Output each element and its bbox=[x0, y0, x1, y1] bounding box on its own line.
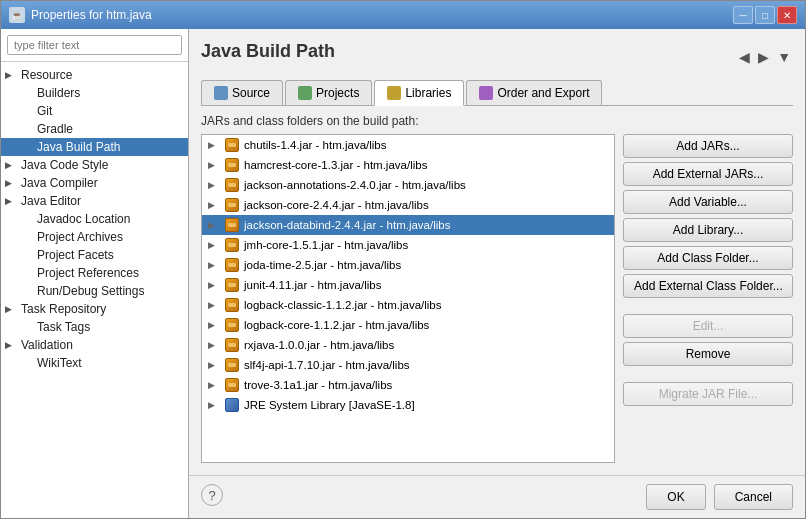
jar-item[interactable]: ▶rxjava-1.0.0.jar - htm.java/libs bbox=[202, 335, 614, 355]
jar-expand-icon: ▶ bbox=[208, 360, 220, 370]
jar-expand-icon: ▶ bbox=[208, 240, 220, 250]
sidebar-item-label: Java Compiler bbox=[21, 176, 98, 190]
titlebar-controls[interactable]: ─ □ ✕ bbox=[733, 6, 797, 24]
add-class-folder-button[interactable]: Add Class Folder... bbox=[623, 246, 793, 270]
jar-item-label: hamcrest-core-1.3.jar - htm.java/libs bbox=[244, 159, 427, 171]
sidebar-item-label: Resource bbox=[21, 68, 72, 82]
jar-item[interactable]: ▶jackson-annotations-2.4.0.jar - htm.jav… bbox=[202, 175, 614, 195]
jar-item[interactable]: ▶hamcrest-core-1.3.jar - htm.java/libs bbox=[202, 155, 614, 175]
jar-item[interactable]: ▶logback-classic-1.1.2.jar - htm.java/li… bbox=[202, 295, 614, 315]
jar-expand-icon: ▶ bbox=[208, 320, 220, 330]
sidebar-item-label: Git bbox=[37, 104, 52, 118]
page-title: Java Build Path bbox=[201, 41, 335, 62]
jar-item-label: chutils-1.4.jar - htm.java/libs bbox=[244, 139, 387, 151]
jar-list: ▶chutils-1.4.jar - htm.java/libs▶hamcres… bbox=[201, 134, 615, 463]
sidebar-item-task-repository[interactable]: ▶Task Repository bbox=[1, 300, 188, 318]
jar-item[interactable]: ▶joda-time-2.5.jar - htm.java/libs bbox=[202, 255, 614, 275]
add-external-jars-button[interactable]: Add External JARs... bbox=[623, 162, 793, 186]
sidebar-item-project-references[interactable]: Project References bbox=[1, 264, 188, 282]
jar-item[interactable]: ▶chutils-1.4.jar - htm.java/libs bbox=[202, 135, 614, 155]
jar-item-label: logback-classic-1.1.2.jar - htm.java/lib… bbox=[244, 299, 442, 311]
jar-icon bbox=[224, 217, 240, 233]
close-button[interactable]: ✕ bbox=[777, 6, 797, 24]
remove-button[interactable]: Remove bbox=[623, 342, 793, 366]
filter-input[interactable] bbox=[7, 35, 182, 55]
jar-item[interactable]: ▶slf4j-api-1.7.10.jar - htm.java/libs bbox=[202, 355, 614, 375]
sidebar-item-label: Java Editor bbox=[21, 194, 81, 208]
sidebar-item-gradle[interactable]: Gradle bbox=[1, 120, 188, 138]
jar-item[interactable]: ▶jmh-core-1.5.1.jar - htm.java/libs bbox=[202, 235, 614, 255]
jar-icon bbox=[224, 157, 240, 173]
tab-source[interactable]: Source bbox=[201, 80, 283, 105]
jar-item-label: jmh-core-1.5.1.jar - htm.java/libs bbox=[244, 239, 408, 251]
jar-expand-icon: ▶ bbox=[208, 300, 220, 310]
jar-item-label: jackson-annotations-2.4.0.jar - htm.java… bbox=[244, 179, 466, 191]
jar-item[interactable]: ▶logback-core-1.1.2.jar - htm.java/libs bbox=[202, 315, 614, 335]
sidebar-item-validation[interactable]: ▶Validation bbox=[1, 336, 188, 354]
sidebar-item-project-archives[interactable]: Project Archives bbox=[1, 228, 188, 246]
tab-icon-order and export bbox=[479, 86, 493, 100]
properties-window: ☕ Properties for htm.java ─ □ ✕ ▶Resourc… bbox=[0, 0, 806, 519]
tab-label: Libraries bbox=[405, 86, 451, 100]
tree-expand-icon: ▶ bbox=[5, 70, 17, 80]
sidebar-item-java-editor[interactable]: ▶Java Editor bbox=[1, 192, 188, 210]
add-external-class-folder-button[interactable]: Add External Class Folder... bbox=[623, 274, 793, 298]
bottom-bar: ? OK Cancel bbox=[189, 475, 805, 518]
jar-expand-icon: ▶ bbox=[208, 220, 220, 230]
jar-expand-icon: ▶ bbox=[208, 200, 220, 210]
main-panel: Java Build Path ◀ ▶ ▼ SourceProjectsLibr… bbox=[189, 29, 805, 475]
tab-libraries[interactable]: Libraries bbox=[374, 80, 464, 106]
jar-item-label: joda-time-2.5.jar - htm.java/libs bbox=[244, 259, 401, 271]
jar-icon bbox=[224, 337, 240, 353]
minimize-button[interactable]: ─ bbox=[733, 6, 753, 24]
jar-item[interactable]: ▶JRE System Library [JavaSE-1.8] bbox=[202, 395, 614, 415]
jre-icon bbox=[224, 397, 240, 413]
sidebar-item-task-tags[interactable]: Task Tags bbox=[1, 318, 188, 336]
jar-item[interactable]: ▶jackson-databind-2.4.4.jar - htm.java/l… bbox=[202, 215, 614, 235]
jar-item[interactable]: ▶trove-3.1a1.jar - htm.java/libs bbox=[202, 375, 614, 395]
tree-expand-icon: ▶ bbox=[5, 178, 17, 188]
sidebar-item-label: Java Build Path bbox=[37, 140, 120, 154]
help-button[interactable]: ? bbox=[201, 484, 223, 506]
titlebar-left: ☕ Properties for htm.java bbox=[9, 7, 152, 23]
sidebar-item-label: Gradle bbox=[37, 122, 73, 136]
sidebar-item-wikitext[interactable]: WikiText bbox=[1, 354, 188, 372]
sidebar-item-resource[interactable]: ▶Resource bbox=[1, 66, 188, 84]
forward-button[interactable]: ▶ bbox=[756, 47, 771, 67]
sidebar-item-label: Project Archives bbox=[37, 230, 123, 244]
jar-icon bbox=[224, 137, 240, 153]
jar-item-label: trove-3.1a1.jar - htm.java/libs bbox=[244, 379, 392, 391]
sidebar-item-java-build-path[interactable]: Java Build Path bbox=[1, 138, 188, 156]
jar-item[interactable]: ▶jackson-core-2.4.4.jar - htm.java/libs bbox=[202, 195, 614, 215]
main-content: ▶ResourceBuildersGitGradleJava Build Pat… bbox=[1, 29, 805, 518]
tab-icon-source bbox=[214, 86, 228, 100]
back-button[interactable]: ◀ bbox=[737, 47, 752, 67]
sidebar-item-project-facets[interactable]: Project Facets bbox=[1, 246, 188, 264]
sidebar-item-label: Javadoc Location bbox=[37, 212, 130, 226]
sidebar-item-java-compiler[interactable]: ▶Java Compiler bbox=[1, 174, 188, 192]
sidebar-item-javadoc-location[interactable]: Javadoc Location bbox=[1, 210, 188, 228]
ok-button[interactable]: OK bbox=[646, 484, 705, 510]
tree-expand-icon: ▶ bbox=[5, 340, 17, 350]
add-library-button[interactable]: Add Library... bbox=[623, 218, 793, 242]
sidebar-item-builders[interactable]: Builders bbox=[1, 84, 188, 102]
sidebar-item-git[interactable]: Git bbox=[1, 102, 188, 120]
add-variable-button[interactable]: Add Variable... bbox=[623, 190, 793, 214]
dropdown-button[interactable]: ▼ bbox=[775, 47, 793, 67]
sidebar-item-java-code-style[interactable]: ▶Java Code Style bbox=[1, 156, 188, 174]
tabs: SourceProjectsLibrariesOrder and Export bbox=[201, 80, 793, 106]
jar-item-label: JRE System Library [JavaSE-1.8] bbox=[244, 399, 415, 411]
tab-projects[interactable]: Projects bbox=[285, 80, 372, 105]
tab-order-and-export[interactable]: Order and Export bbox=[466, 80, 602, 105]
tree-expand-icon: ▶ bbox=[5, 196, 17, 206]
jar-item[interactable]: ▶junit-4.11.jar - htm.java/libs bbox=[202, 275, 614, 295]
titlebar: ☕ Properties for htm.java ─ □ ✕ bbox=[1, 1, 805, 29]
tab-icon-libraries bbox=[387, 86, 401, 100]
jar-icon bbox=[224, 297, 240, 313]
sidebar-item-run/debug-settings[interactable]: Run/Debug Settings bbox=[1, 282, 188, 300]
maximize-button[interactable]: □ bbox=[755, 6, 775, 24]
jar-item-label: junit-4.11.jar - htm.java/libs bbox=[244, 279, 381, 291]
add-jars-button[interactable]: Add JARs... bbox=[623, 134, 793, 158]
cancel-button[interactable]: Cancel bbox=[714, 484, 793, 510]
sidebar-item-label: Validation bbox=[21, 338, 73, 352]
